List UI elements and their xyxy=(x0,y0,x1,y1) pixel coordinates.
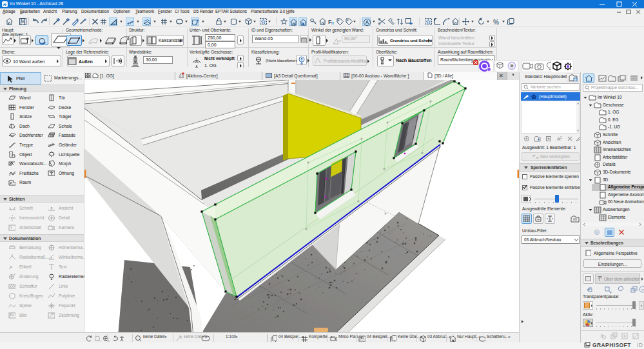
svg-text:2: 2 xyxy=(560,135,562,139)
svg-text:A1: A1 xyxy=(12,265,15,270)
svg-text:n: n xyxy=(331,21,334,25)
svg-text:%: % xyxy=(493,19,499,26)
